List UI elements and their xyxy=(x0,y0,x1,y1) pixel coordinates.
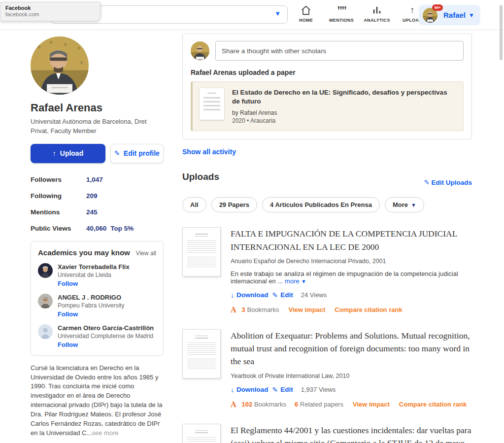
mentions-icon: ”” xyxy=(337,4,346,16)
edit-link[interactable]: ✎Edit xyxy=(272,386,293,394)
paper-thumbnail[interactable] xyxy=(182,329,221,378)
scrollbar-thumb[interactable] xyxy=(500,5,503,60)
pencil-icon: ✎ xyxy=(272,291,278,299)
paper-entry: El Reglamento 44/2001 y las cuestiones i… xyxy=(182,424,472,443)
paper-thumbnail xyxy=(200,88,224,120)
paper-abstract: En este trabajo se analiza el régimen de… xyxy=(231,270,472,285)
profile-sidebar: Rafael Arenas Universitat Autònoma de Ba… xyxy=(31,36,164,443)
nav-item-analytics[interactable]: ANALYTICS xyxy=(363,4,391,23)
bookmarks-label[interactable]: Bookmarks xyxy=(247,306,279,313)
see-more-link[interactable]: see more xyxy=(92,429,118,437)
edit-link[interactable]: ✎Edit xyxy=(272,291,293,299)
stat-followers: Followers 1,047 xyxy=(31,176,164,183)
stat-value[interactable]: 40,060 xyxy=(86,225,106,232)
stat-mentions: Mentions 245 xyxy=(31,208,164,216)
academia-logo-icon: A xyxy=(231,400,236,409)
activity-paper-title[interactable]: El Estado de Derecho en la UE: Significa… xyxy=(232,88,456,106)
activity-paper-meta: 2020 • Araucaria xyxy=(232,117,456,124)
paper-title[interactable]: El Reglamento 44/2001 y las cuestiones i… xyxy=(231,424,472,443)
download-link[interactable]: ↓Download xyxy=(231,291,269,299)
download-link[interactable]: ↓Download xyxy=(231,386,269,394)
user-name: Rafael xyxy=(443,11,466,19)
notification-badge: 99+ xyxy=(432,4,443,11)
chevron-down-icon: ▼ xyxy=(301,278,306,284)
follow-link[interactable]: Follow xyxy=(58,280,130,287)
chevron-down-icon: ▼ xyxy=(411,202,416,208)
academic-name[interactable]: Xavier Torrebadella Flix xyxy=(58,263,130,271)
download-label: Download xyxy=(236,291,269,299)
views-count: 24 Views xyxy=(301,291,327,299)
compare-citation-rank-link[interactable]: Compare citation rank xyxy=(335,306,402,313)
paper-journal: Anuario Español de Derecho Internacional… xyxy=(231,258,472,265)
profile-affiliation: Universitat Autònoma de Barcelona, Dret … xyxy=(31,117,164,136)
stat-label: Followers xyxy=(31,176,86,183)
nav-item-home[interactable]: HOME xyxy=(292,4,320,23)
suggested-academic: ANGEL J . RODRIGO Pompeu Fabra Universit… xyxy=(38,294,156,318)
stat-value[interactable]: 245 xyxy=(86,208,98,216)
default-avatar-icon xyxy=(38,324,53,339)
suggested-academic: Carmen Otero García-Castrillón Universid… xyxy=(38,324,156,348)
suggested-academic: Xavier Torrebadella Flix Universitat de … xyxy=(38,263,156,287)
edit-profile-button[interactable]: ✎ Edit profile xyxy=(110,144,164,163)
academic-org: Pompeu Fabra University xyxy=(58,302,124,309)
upload-button-label: Upload xyxy=(60,149,83,157)
avatar xyxy=(38,294,53,308)
share-thought-input[interactable]: Share a thought with other scholars xyxy=(215,41,464,61)
stat-public-views: Public Views 40,060 Top 5% xyxy=(31,225,164,232)
stat-value[interactable]: 1,047 xyxy=(86,176,103,183)
stat-following: Following 209 xyxy=(31,192,164,200)
avatar: 99+ xyxy=(423,8,437,23)
paper-title[interactable]: Abolition of Exequatur: Problems and Sol… xyxy=(231,329,472,368)
follow-link[interactable]: Follow xyxy=(58,341,154,348)
show-all-activity-link[interactable]: Show all activity xyxy=(182,148,472,156)
pencil-icon: ✎ xyxy=(114,149,120,157)
more-link[interactable]: more xyxy=(285,277,300,285)
nav-label: HOME xyxy=(299,18,313,23)
avatar xyxy=(191,41,209,60)
activity-paper-author: by Rafael Arenas xyxy=(232,109,456,116)
academic-name[interactable]: Carmen Otero García-Castrillón xyxy=(58,324,154,332)
profile-photo[interactable] xyxy=(31,36,89,95)
uploads-section-title: Uploads xyxy=(182,171,219,182)
compare-citation-rank-link[interactable]: Compare citation rank xyxy=(399,401,467,408)
stat-value[interactable]: 209 xyxy=(86,192,98,200)
paper-thumbnail[interactable] xyxy=(182,424,221,443)
academics-view-all-link[interactable]: View all xyxy=(136,250,156,257)
nav-item-mentions[interactable]: ”” MENTIONS xyxy=(327,4,356,23)
edit-label: Edit xyxy=(280,291,293,299)
search-dropdown-caret-icon[interactable]: ▼ xyxy=(274,10,281,17)
activity-title: Rafael Arenas uploaded a paper xyxy=(191,68,464,76)
follow-link[interactable]: Follow xyxy=(58,310,124,318)
download-label: Download xyxy=(236,386,269,393)
view-impact-link[interactable]: View impact xyxy=(288,306,325,313)
download-icon: ↓ xyxy=(231,291,234,299)
academic-name[interactable]: ANGEL J . RODRIGO xyxy=(58,294,124,301)
activity-paper-card[interactable]: El Estado de Derecho en la UE: Significa… xyxy=(191,81,464,131)
filter-papers[interactable]: 29 Papers xyxy=(211,197,257,212)
filter-more[interactable]: More▼ xyxy=(385,197,424,212)
stat-extra: Top 5% xyxy=(110,225,134,232)
tooltip-title: Facebook xyxy=(5,5,95,11)
paper-thumbnail[interactable] xyxy=(182,227,221,276)
filter-all[interactable]: All xyxy=(182,197,206,212)
edit-uploads-label: Edit Uploads xyxy=(431,179,472,186)
paper-title[interactable]: FALTA E IMPUGNACIÓN DE LA COMPETENCIA JU… xyxy=(231,227,472,253)
upload-button[interactable]: ↑ Upload xyxy=(31,144,105,163)
avatar xyxy=(38,263,53,278)
edit-profile-label: Edit profile xyxy=(124,149,160,157)
stat-label: Mentions xyxy=(31,208,86,216)
edit-uploads-link[interactable]: ✎ Edit Uploads xyxy=(424,178,472,186)
stat-label: Public Views xyxy=(31,225,86,232)
views-count: 1,937 Views xyxy=(301,386,336,393)
academia-logo-icon: A xyxy=(231,306,236,314)
view-impact-link[interactable]: View impact xyxy=(353,401,390,408)
upload-arrow-icon: ↑ xyxy=(53,149,56,157)
academic-org: Universidad Complutense de Madrid xyxy=(58,333,154,340)
profile-actions: ↑ Upload ✎ Edit profile xyxy=(31,144,164,163)
bookmarks-label[interactable]: Bookmarks xyxy=(254,401,286,408)
filter-articulos[interactable]: 4 Artículos Publicados En Prensa xyxy=(262,197,380,212)
user-menu-button[interactable]: 99+ Rafael ▼ xyxy=(419,5,480,25)
related-label[interactable]: Related papers xyxy=(300,401,343,408)
activity-feed-card: Share a thought with other scholars Rafa… xyxy=(182,34,472,139)
nav-label: ANALYTICS xyxy=(364,18,390,23)
